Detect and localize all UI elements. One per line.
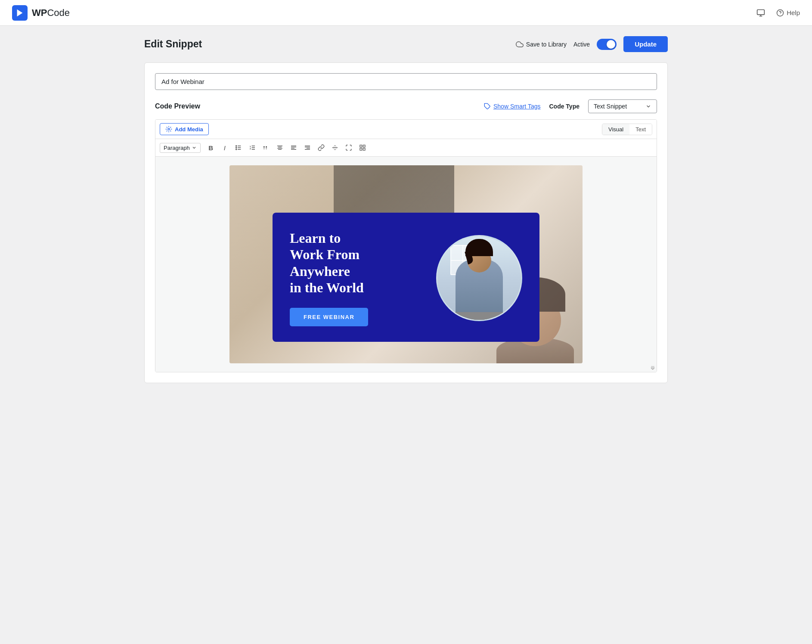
screen-icon <box>756 9 765 17</box>
svg-rect-29 <box>363 148 365 150</box>
webinar-ad-preview: Learn to Work From Anywhere in the World… <box>229 165 583 363</box>
logo-icon <box>15 8 25 18</box>
screen-button[interactable] <box>754 6 768 20</box>
main-card: Code Preview Show Smart Tags Code Type T… <box>144 62 668 383</box>
align-right-icon <box>304 144 311 151</box>
help-circle-icon <box>776 9 784 17</box>
svg-point-7 <box>236 146 236 146</box>
add-media-icon <box>165 126 172 133</box>
ad-headline: Learn to Work From Anywhere in the World <box>290 230 423 296</box>
visual-tab[interactable]: Visual <box>602 124 629 135</box>
save-to-library-button[interactable]: Save to Library <box>516 40 567 48</box>
grid-icon <box>359 144 366 151</box>
resize-handle[interactable]: ⟱ <box>651 365 655 371</box>
tag-icon <box>484 103 491 110</box>
cloud-icon <box>516 40 524 48</box>
svg-rect-27 <box>363 145 365 147</box>
top-navigation: WPCode Help <box>0 0 812 26</box>
code-preview-header: Code Preview Show Smart Tags Code Type T… <box>155 99 657 113</box>
align-center-button[interactable] <box>274 142 286 154</box>
link-button[interactable] <box>315 142 327 154</box>
brand-name: WPCode <box>32 7 70 19</box>
active-toggle[interactable] <box>597 39 617 50</box>
wpcode-logo <box>12 5 28 21</box>
editor-body[interactable]: Learn to Work From Anywhere in the World… <box>155 157 657 372</box>
editor-container: Add Media Visual Text Paragraph B <box>155 119 657 372</box>
svg-point-9 <box>236 149 236 150</box>
toggle-thumb <box>607 40 615 49</box>
ad-cta-button: FREE WEBINAR <box>290 308 368 326</box>
help-button[interactable]: Help <box>776 9 800 17</box>
page-header: Edit Snippet Save to Library Active Upda… <box>144 36 668 52</box>
page-content: Edit Snippet Save to Library Active Upda… <box>130 26 682 393</box>
code-preview-title: Code Preview <box>155 102 200 110</box>
blockquote-icon <box>263 144 270 151</box>
bullet-list-icon <box>235 144 242 151</box>
header-actions: Save to Library Active Update <box>516 36 668 52</box>
ordered-list-button[interactable] <box>246 142 258 154</box>
fullscreen-button[interactable] <box>343 142 355 154</box>
ad-person-circle <box>436 235 522 321</box>
chevron-down-icon <box>645 103 651 109</box>
svg-rect-0 <box>757 9 765 15</box>
italic-button[interactable]: I <box>219 142 231 154</box>
fullscreen-icon <box>345 144 352 151</box>
text-tab[interactable]: Text <box>629 124 652 135</box>
ad-background: Learn to Work From Anywhere in the World… <box>229 165 583 363</box>
editor-top-bar: Add Media Visual Text <box>155 120 657 139</box>
align-left-icon <box>290 144 297 151</box>
view-tabs: Visual Text <box>602 124 652 135</box>
ad-card: Learn to Work From Anywhere in the World… <box>273 213 539 342</box>
update-button[interactable]: Update <box>623 36 668 52</box>
editor-toolbar: Paragraph B I <box>155 139 657 157</box>
paragraph-select[interactable]: Paragraph <box>160 143 201 153</box>
horizontal-rule-icon <box>332 144 338 151</box>
svg-point-8 <box>236 147 236 148</box>
blockquote-button[interactable] <box>260 142 272 154</box>
ordered-list-icon <box>249 144 256 151</box>
bullet-list-button[interactable] <box>232 142 245 154</box>
code-type-label: Code Type <box>549 103 580 110</box>
svg-rect-28 <box>360 148 362 150</box>
horizontal-rule-button[interactable] <box>329 142 341 154</box>
nav-right-actions: Help <box>754 6 800 20</box>
brand-logo-area: WPCode <box>12 5 70 21</box>
code-type-dropdown[interactable]: Text Snippet <box>588 99 657 113</box>
link-icon <box>318 144 325 151</box>
paragraph-chevron-icon <box>192 145 197 150</box>
page-title: Edit Snippet <box>144 38 202 50</box>
svg-point-3 <box>168 128 170 130</box>
grid-button[interactable] <box>356 142 369 154</box>
align-left-button[interactable] <box>288 142 300 154</box>
show-smart-tags-button[interactable]: Show Smart Tags <box>484 103 540 110</box>
bold-button[interactable]: B <box>205 142 217 154</box>
ad-text: Learn to Work From Anywhere in the World… <box>290 230 423 327</box>
add-media-button[interactable]: Add Media <box>160 123 209 135</box>
align-center-icon <box>276 144 283 151</box>
ad-image-area <box>436 235 522 321</box>
align-right-button[interactable] <box>301 142 313 154</box>
snippet-name-input[interactable] <box>155 73 657 90</box>
code-preview-right: Show Smart Tags Code Type Text Snippet <box>484 99 657 113</box>
active-label: Active <box>573 41 590 48</box>
svg-rect-26 <box>360 145 362 147</box>
